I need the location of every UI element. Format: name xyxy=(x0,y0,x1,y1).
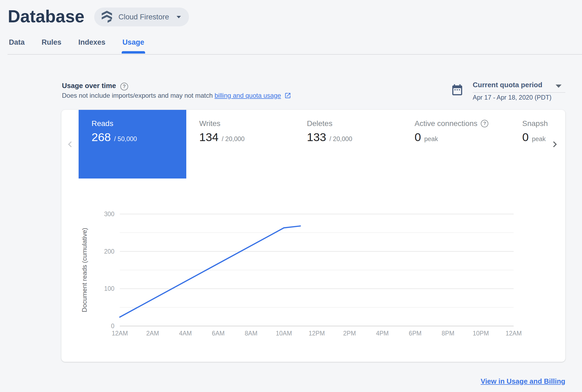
y-axis-tick-label: 100 xyxy=(104,285,114,292)
metric-value: 0 xyxy=(415,131,421,144)
product-selector-label: Cloud Firestore xyxy=(118,13,169,21)
tabs-bar: DataRulesIndexesUsage xyxy=(0,35,582,55)
chevron-left-icon xyxy=(64,138,76,150)
product-selector-caret-icon xyxy=(177,16,181,18)
metric-quota: peak xyxy=(424,135,438,143)
metric-label: Snapshots xyxy=(522,119,548,128)
metric-value: 133 xyxy=(307,131,326,144)
cloud-firestore-icon xyxy=(101,11,113,23)
billing-and-quota-usage-link[interactable]: billing and quota usage xyxy=(215,92,281,99)
external-link-icon xyxy=(284,92,291,99)
x-axis-tick-label: 8AM xyxy=(245,330,257,337)
usage-over-time-heading: Usage over time xyxy=(62,82,116,90)
quota-period-caret-icon xyxy=(556,85,562,88)
product-selector-dropdown[interactable]: Cloud Firestore xyxy=(94,8,189,26)
metric-value: 134 xyxy=(199,131,219,144)
metrics-scroll-right-button[interactable] xyxy=(549,138,561,150)
x-axis-tick-label: 4PM xyxy=(376,330,389,337)
tab-label: Indexes xyxy=(78,38,106,46)
reads-series-line xyxy=(120,226,300,317)
x-axis-tick-label: 10AM xyxy=(276,330,292,337)
metric-quota: / 20,000 xyxy=(329,135,352,143)
tab-data[interactable]: Data xyxy=(9,35,25,54)
metric-value: 268 xyxy=(92,131,111,144)
metric-tab-snapshots[interactable]: Snapshots0peak xyxy=(509,110,548,178)
metric-value: 0 xyxy=(522,131,529,144)
page-title: Database xyxy=(8,8,85,25)
x-axis-tick-label: 12PM xyxy=(308,330,325,337)
usage-over-time-help-icon[interactable]: ? xyxy=(120,83,128,90)
tab-usage[interactable]: Usage xyxy=(122,35,144,54)
metric-label: Writes xyxy=(199,119,220,128)
tab-rules[interactable]: Rules xyxy=(42,35,62,54)
tab-indexes[interactable]: Indexes xyxy=(78,35,106,54)
metric-help-icon[interactable]: ? xyxy=(481,120,488,127)
x-axis-tick-label: 12AM xyxy=(506,330,522,337)
y-axis-title: Document reads (cumulative) xyxy=(81,228,88,312)
tab-label: Data xyxy=(9,38,25,46)
chevron-right-icon xyxy=(549,138,561,150)
active-tab-indicator xyxy=(122,51,145,54)
tab-label: Usage xyxy=(122,38,144,46)
y-axis-tick-label: 200 xyxy=(104,248,114,255)
metric-quota: / 50,000 xyxy=(114,135,137,143)
metric-label: Deletes xyxy=(307,119,332,128)
usage-subtitle-text: Does not include imports/exports and may… xyxy=(62,92,213,99)
y-axis-tick-label: 0 xyxy=(111,323,114,330)
usage-card: Reads268/ 50,000Writes134/ 20,000Deletes… xyxy=(61,110,565,362)
tab-label: Rules xyxy=(42,38,62,46)
metric-tab-writes[interactable]: Writes134/ 20,000 xyxy=(186,110,294,178)
metric-tab-reads[interactable]: Reads268/ 50,000 xyxy=(79,110,186,178)
x-axis-tick-label: 10PM xyxy=(473,330,489,337)
x-axis-tick-label: 12AM xyxy=(112,330,128,337)
metrics-scroll-left-button[interactable] xyxy=(64,138,76,150)
metric-quota: peak xyxy=(532,135,546,143)
x-axis-tick-label: 2AM xyxy=(146,330,159,337)
x-axis-tick-label: 8PM xyxy=(442,330,454,337)
calendar-icon xyxy=(451,83,464,96)
metric-label: Active connections xyxy=(415,119,477,128)
x-axis-tick-label: 6AM xyxy=(212,330,225,337)
y-axis-tick-label: 300 xyxy=(104,211,114,218)
metric-tab-active-connections[interactable]: Active connections?0peak xyxy=(402,110,509,178)
x-axis-tick-label: 6PM xyxy=(409,330,422,337)
quota-period-label: Current quota period xyxy=(473,81,542,89)
quota-period-range: Apr 17 - Apr 18, 2020 (PDT) xyxy=(473,94,552,101)
metric-label: Reads xyxy=(92,119,113,128)
x-axis-tick-label: 2PM xyxy=(343,330,356,337)
metric-tab-deletes[interactable]: Deletes133/ 20,000 xyxy=(294,110,402,178)
quota-period-dropdown[interactable]: Current quota period xyxy=(473,81,565,93)
metric-quota: / 20,000 xyxy=(222,135,245,143)
view-in-usage-and-billing-link[interactable]: View in Usage and Billing xyxy=(481,377,565,386)
x-axis-tick-label: 4AM xyxy=(179,330,192,337)
tabs-divider xyxy=(8,54,582,55)
